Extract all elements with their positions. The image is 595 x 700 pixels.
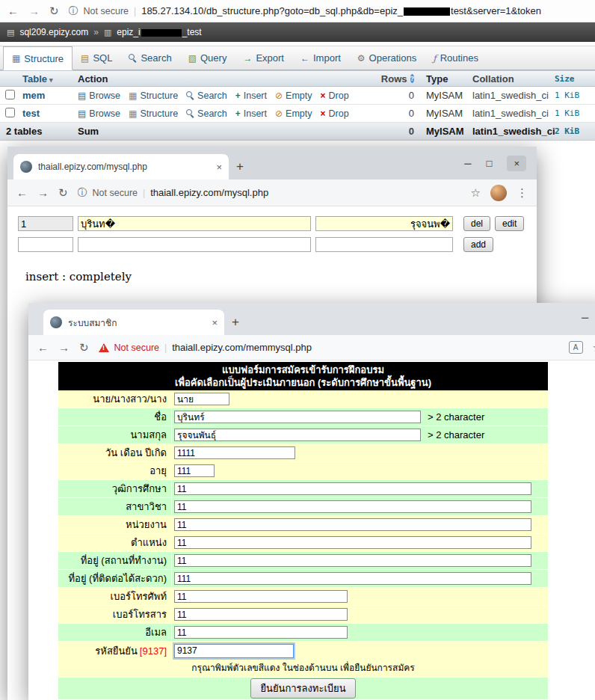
tab-operations[interactable]: ⚙ Operations <box>349 46 425 70</box>
new-lastname-input[interactable] <box>315 237 453 252</box>
browser-toolbar: ← → ↻ ⓘ Not secure | 185.27.134.10/db_st… <box>0 0 595 22</box>
field-label: เบอร์โทรสาร <box>58 606 172 623</box>
tab-close-icon[interactable]: × <box>216 162 222 173</box>
contact-address-input[interactable] <box>174 572 531 585</box>
address-bar[interactable]: ⓘ Not secure | thaiall.epizy.com/mysql.p… <box>78 186 461 200</box>
back-icon[interactable]: ← <box>16 186 28 199</box>
title-input[interactable] <box>174 393 229 405</box>
edit-button[interactable]: edit <box>495 216 524 231</box>
birthdate-input[interactable] <box>174 446 295 459</box>
structure-link[interactable]: ▦Structure <box>129 108 178 119</box>
bookmark-star-icon[interactable]: ☆ <box>471 186 481 200</box>
minimize-icon[interactable]: ─ <box>464 158 471 169</box>
form-row-position: ตำแหน่ง <box>58 534 548 552</box>
reload-icon[interactable]: ↻ <box>49 4 59 18</box>
search-link[interactable]: Search <box>186 108 227 119</box>
forward-icon[interactable]: → <box>37 186 49 199</box>
profile-avatar[interactable] <box>490 185 507 201</box>
new-firstname-input[interactable] <box>78 237 311 252</box>
back-icon[interactable]: ← <box>37 341 49 354</box>
sum-collation: latin1_swedish_ci <box>472 126 555 137</box>
new-tab-button[interactable]: + <box>236 159 244 174</box>
record-firstname-input[interactable] <box>78 216 311 231</box>
age-input[interactable] <box>174 464 215 477</box>
forward-icon[interactable]: → <box>28 4 40 17</box>
row-checkbox[interactable] <box>5 90 15 99</box>
drop-link[interactable]: ×Drop <box>320 108 348 119</box>
fax-input[interactable] <box>174 608 348 621</box>
header-rows[interactable]: Rows? <box>381 73 419 85</box>
structure-icon: ▦ <box>129 90 137 101</box>
field-label: รหัสยืนยัน[9137] <box>58 642 172 660</box>
tab-close-icon[interactable]: × <box>212 317 218 328</box>
bookmark-star-icon[interactable]: ☆ <box>593 341 595 354</box>
drop-link[interactable]: ×Drop <box>320 90 348 101</box>
del-button[interactable]: del <box>463 216 490 231</box>
browser-menu-icon[interactable]: ⋮ <box>517 186 528 200</box>
reload-icon[interactable]: ↻ <box>79 341 89 354</box>
window-titlebar[interactable]: thaiall.epizy.com/mysql.php × + ─ □ × <box>7 147 537 179</box>
table-name-link[interactable]: test <box>19 108 78 119</box>
back-icon[interactable]: ← <box>7 4 19 17</box>
minimize-icon[interactable]: ─ <box>582 312 588 323</box>
confirm-code-input[interactable] <box>174 644 294 658</box>
work-address-input[interactable] <box>174 554 531 567</box>
window-titlebar[interactable]: ระบบสมาชิก × + ─ <box>28 303 595 335</box>
header-size[interactable]: Size <box>555 74 595 84</box>
header-type[interactable]: Type <box>419 73 472 85</box>
search-link[interactable]: Search <box>186 90 227 101</box>
email-input[interactable] <box>174 626 348 639</box>
new-id-input[interactable] <box>18 237 73 252</box>
tab-export[interactable]: → Export <box>235 46 292 70</box>
table-name-link[interactable]: mem <box>19 90 78 101</box>
header-collation[interactable]: Collation <box>472 73 555 85</box>
window-controls: ─ □ × <box>464 147 537 179</box>
import-icon: ← <box>300 53 309 64</box>
gear-icon: ⚙ <box>357 53 366 64</box>
browser-tab[interactable]: ระบบสมาชิก × <box>43 310 224 335</box>
close-icon[interactable]: × <box>507 156 526 171</box>
record-lastname-input[interactable] <box>315 216 453 231</box>
position-input[interactable] <box>174 536 531 549</box>
insert-link[interactable]: +Insert <box>235 108 267 119</box>
insert-link[interactable]: +Insert <box>235 90 267 101</box>
row-checkbox[interactable] <box>5 108 15 117</box>
breadcrumb-server-link[interactable]: sql209.epizy.com <box>19 27 88 37</box>
register-submit-button[interactable]: ยืนยันการลงทะเบียน <box>250 678 355 699</box>
info-icon[interactable]: ⓘ <box>78 186 87 200</box>
info-icon[interactable]: ⓘ <box>69 4 78 18</box>
breadcrumb-database-link[interactable]: epiz_i_test <box>117 27 201 37</box>
organization-input[interactable] <box>174 518 531 531</box>
tab-query[interactable]: ▧ Query <box>180 46 235 70</box>
empty-link[interactable]: ⊘Empty <box>275 90 312 101</box>
tab-sql[interactable]: ▤ SQL <box>73 46 120 70</box>
address-bar[interactable]: Not secure | thaiall.epizy.com/memmysql.… <box>99 342 559 353</box>
empty-link[interactable]: ⊘Empty <box>275 108 312 119</box>
lastname-input[interactable] <box>174 429 421 441</box>
structure-icon: ▦ <box>12 53 20 64</box>
tab-structure[interactable]: ▦ Structure <box>3 46 73 70</box>
help-icon[interactable]: ? <box>410 74 415 83</box>
phone-input[interactable] <box>174 590 348 603</box>
tab-import[interactable]: ← Import <box>292 46 349 70</box>
structure-link[interactable]: ▦Structure <box>129 90 178 101</box>
browse-link[interactable]: ▤Browse <box>78 108 120 119</box>
education-input[interactable] <box>174 482 531 495</box>
firstname-input[interactable] <box>174 411 421 423</box>
warning-icon[interactable] <box>99 343 109 352</box>
translate-icon[interactable]: A <box>569 341 583 354</box>
header-table[interactable]: Table▾ <box>19 73 78 85</box>
browse-link[interactable]: ▤Browse <box>78 90 120 101</box>
reload-icon[interactable]: ↻ <box>58 186 68 200</box>
tab-search[interactable]: Search <box>120 46 179 70</box>
tab-routines[interactable]: ƒ Routines <box>425 46 487 70</box>
add-button[interactable]: add <box>463 237 493 252</box>
new-tab-button[interactable]: + <box>232 315 239 330</box>
record-id-input[interactable] <box>18 216 73 231</box>
major-input[interactable] <box>174 500 531 513</box>
browser-tab[interactable]: thaiall.epizy.com/mysql.php × <box>13 154 229 179</box>
maximize-icon[interactable]: □ <box>487 158 493 169</box>
address-bar[interactable]: ⓘ Not secure | 185.27.134.10/db_structur… <box>69 4 588 18</box>
forward-icon[interactable]: → <box>58 341 70 354</box>
sum-type: MyISAM <box>419 126 472 137</box>
